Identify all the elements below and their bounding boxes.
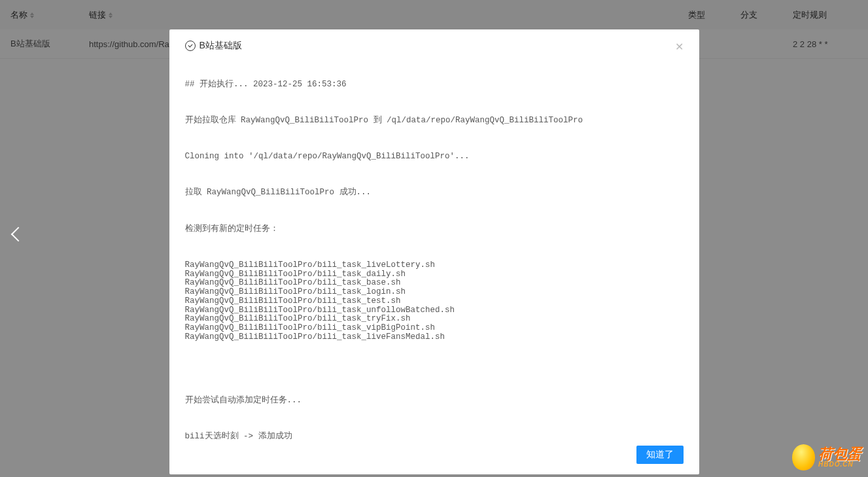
log-file-item: RayWangQvQ_BiliBiliToolPro/bili_task_dai… bbox=[185, 270, 684, 279]
modal-header: B站基础版 ✕ bbox=[169, 29, 699, 62]
ok-button[interactable]: 知道了 bbox=[636, 446, 684, 464]
watermark: 荷包蛋 HBDO.CN bbox=[792, 444, 861, 470]
log-file-list: RayWangQvQ_BiliBiliToolPro/bili_task_liv… bbox=[185, 261, 684, 342]
watermark-sub: HBDO.CN bbox=[818, 461, 861, 468]
log-modal: B站基础版 ✕ ## 开始执行... 2023-12-25 16:53:36 开… bbox=[169, 29, 699, 474]
log-file-item: RayWangQvQ_BiliBiliToolPro/bili_task_liv… bbox=[185, 333, 684, 342]
log-line: 拉取 RayWangQvQ_BiliBiliToolPro 成功... bbox=[185, 188, 684, 198]
log-file-item: RayWangQvQ_BiliBiliToolPro/bili_task_vip… bbox=[185, 324, 684, 333]
log-file-item: RayWangQvQ_BiliBiliToolPro/bili_task_try… bbox=[185, 315, 684, 324]
log-result-item: bili天选时刻 -> 添加成功 bbox=[185, 433, 684, 439]
log-file-item: RayWangQvQ_BiliBiliToolPro/bili_task_tes… bbox=[185, 297, 684, 306]
watermark-main: 荷包蛋 bbox=[818, 447, 861, 461]
log-line: ## 开始执行... 2023-12-25 16:53:36 bbox=[185, 80, 684, 90]
check-circle-icon bbox=[185, 41, 196, 51]
log-line: Cloning into '/ql/data/repo/RayWangQvQ_B… bbox=[185, 152, 684, 162]
prev-arrow-icon[interactable] bbox=[11, 227, 26, 242]
log-file-item: RayWangQvQ_BiliBiliToolPro/bili_task_log… bbox=[185, 288, 684, 297]
log-file-item: RayWangQvQ_BiliBiliToolPro/bili_task_unf… bbox=[185, 306, 684, 315]
log-output: ## 开始执行... 2023-12-25 16:53:36 开始拉取仓库 Ra… bbox=[185, 62, 684, 439]
modal-body[interactable]: ## 开始执行... 2023-12-25 16:53:36 开始拉取仓库 Ra… bbox=[169, 62, 699, 439]
log-line: 检测到有新的定时任务： bbox=[185, 225, 684, 234]
log-line: 开始尝试自动添加定时任务... bbox=[185, 397, 684, 406]
modal-overlay: B站基础版 ✕ ## 开始执行... 2023-12-25 16:53:36 开… bbox=[0, 0, 868, 477]
log-file-item: RayWangQvQ_BiliBiliToolPro/bili_task_liv… bbox=[185, 261, 684, 270]
close-icon[interactable]: ✕ bbox=[673, 40, 686, 53]
modal-title: B站基础版 bbox=[185, 40, 242, 52]
log-file-item: RayWangQvQ_BiliBiliToolPro/bili_task_bas… bbox=[185, 279, 684, 288]
modal-footer: 知道了 bbox=[169, 439, 699, 474]
egg-icon bbox=[792, 444, 815, 470]
log-line: 开始拉取仓库 RayWangQvQ_BiliBiliToolPro 到 /ql/… bbox=[185, 116, 684, 126]
